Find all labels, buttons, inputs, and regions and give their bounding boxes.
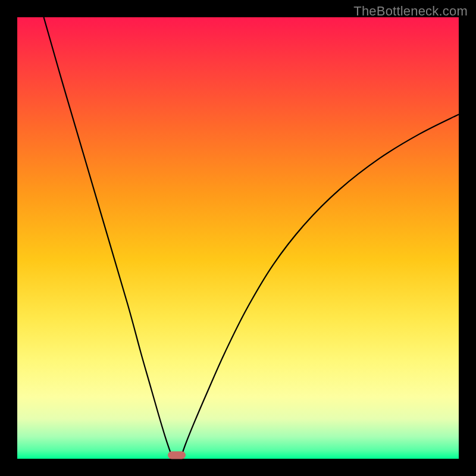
curve-left-branch	[44, 17, 173, 459]
bottleneck-curve	[17, 17, 459, 459]
watermark-text: TheBottleneck.com	[353, 4, 468, 19]
curve-right-branch	[181, 114, 459, 459]
plot-area	[17, 17, 459, 459]
bottleneck-marker	[168, 452, 186, 459]
chart-frame: TheBottleneck.com	[0, 0, 476, 476]
